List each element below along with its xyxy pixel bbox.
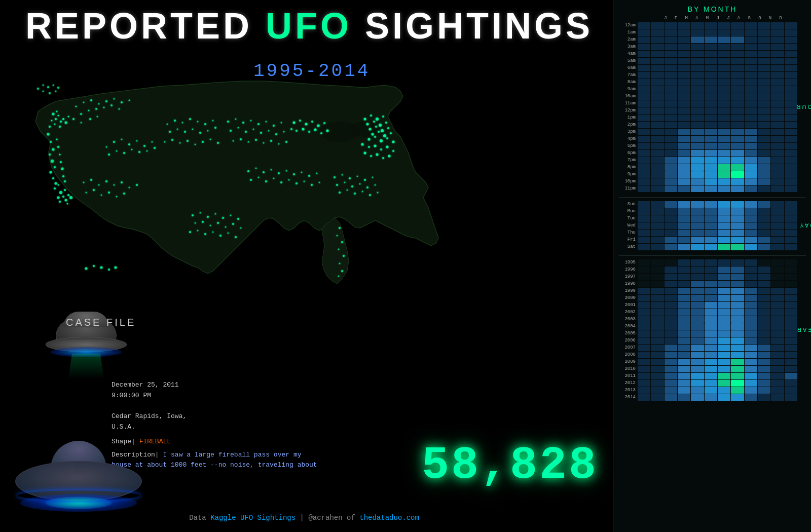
- heatmap-cell: [665, 222, 677, 229]
- heatmap-cell: [691, 178, 704, 185]
- svg-point-202: [237, 218, 239, 220]
- svg-point-90: [189, 118, 191, 120]
- heatmap-cells: [638, 36, 797, 43]
- heatmap-cell: [785, 185, 797, 192]
- heatmap-cell: [758, 86, 770, 93]
- heatmap-cell: [758, 323, 770, 330]
- svg-point-25: [59, 154, 61, 156]
- heatmap-cell: [638, 387, 650, 394]
- heatmap-cell: [731, 65, 744, 71]
- heatmap-cell: [718, 208, 730, 215]
- svg-point-204: [202, 221, 204, 223]
- heatmap-cell: [691, 79, 704, 86]
- svg-point-63: [136, 140, 138, 142]
- svg-point-159: [378, 131, 380, 133]
- heatmap-cell: [771, 36, 784, 43]
- heatmap-cell: [691, 337, 704, 344]
- heatmap-cell: [771, 107, 784, 114]
- heatmap-cell: [731, 129, 744, 135]
- heatmap-cell: [678, 237, 690, 243]
- row-label: 1997: [616, 274, 638, 279]
- svg-point-43: [90, 99, 92, 101]
- row-label: 2pm: [616, 122, 638, 127]
- heatmap-cell: [785, 44, 797, 50]
- heatmap-cell: [758, 107, 770, 114]
- heatmap-cell: [758, 100, 770, 107]
- heatmap-row: 2010: [616, 365, 798, 372]
- svg-point-57: [89, 118, 91, 120]
- row-label: 6pm: [616, 150, 638, 156]
- heatmap-cell: [678, 65, 690, 71]
- heatmap-cell: [638, 330, 650, 337]
- svg-point-35: [65, 199, 67, 202]
- heatmap-cell: [678, 185, 690, 192]
- heatmap-cell: [638, 122, 650, 128]
- heatmap-cell: [705, 345, 717, 351]
- heatmap-cell: [771, 157, 784, 164]
- heatmap-cell: [718, 22, 730, 29]
- heatmap-cell: [638, 58, 650, 64]
- heatmap-cell: [705, 178, 717, 185]
- svg-point-169: [374, 145, 377, 147]
- heatmap-row: 2am: [616, 36, 798, 43]
- svg-point-101: [164, 141, 166, 143]
- heatmap-cell: [745, 337, 757, 344]
- svg-point-58: [97, 116, 98, 118]
- heatmap-cells: [638, 215, 797, 222]
- row-label: 9am: [616, 87, 638, 92]
- heatmap-cell: [638, 288, 650, 294]
- heatmap-cell: [678, 143, 690, 149]
- heatmap-cell: [638, 65, 650, 71]
- row-label: 2009: [616, 359, 638, 364]
- heatmap-cell: [771, 337, 784, 344]
- ufo2-ring: [18, 490, 139, 501]
- heatmap-cells: [638, 29, 797, 36]
- svg-point-177: [388, 155, 391, 158]
- heatmap-cell: [691, 267, 704, 273]
- heatmap-cell: [731, 380, 744, 387]
- heatmap-cell: [691, 288, 704, 294]
- heatmap-cell: [691, 359, 704, 365]
- svg-point-105: [195, 144, 196, 145]
- heatmap-cell: [638, 171, 650, 178]
- svg-point-250: [37, 88, 39, 90]
- by-year-label: BY YEAR: [796, 327, 811, 333]
- heatmap-cell: [745, 72, 757, 79]
- svg-point-186: [351, 185, 353, 187]
- heatmap-cell: [785, 230, 797, 236]
- heatmap-cell: [678, 100, 690, 107]
- heatmap-cell: [691, 345, 704, 351]
- heatmap-cell: [705, 309, 717, 316]
- total-count: 58,828: [422, 440, 598, 491]
- heatmap-cell: [665, 86, 677, 93]
- svg-point-38: [64, 189, 66, 191]
- heatmap-cell: [665, 143, 677, 149]
- row-label: 8am: [616, 80, 638, 85]
- heatmap-cell: [718, 171, 730, 178]
- heatmap-cell: [785, 345, 797, 351]
- heatmap-cell: [691, 136, 704, 142]
- svg-point-82: [93, 189, 95, 191]
- heatmap-cell: [745, 323, 757, 330]
- heatmap-cell: [771, 366, 784, 372]
- svg-point-54: [119, 108, 120, 110]
- heatmap-cell: [718, 323, 730, 330]
- heatmap-cell: [665, 29, 677, 36]
- heatmap-cell: [785, 164, 797, 171]
- heatmap-cell: [758, 230, 770, 236]
- heatmap-cell: [691, 352, 704, 358]
- heatmap-cell: [758, 244, 770, 250]
- heatmap-cell: [718, 201, 730, 208]
- heatmap-cell: [745, 65, 757, 71]
- heatmap-cell: [678, 316, 690, 323]
- heatmap-cell: [638, 237, 650, 243]
- heatmap-cell: [638, 201, 650, 208]
- heatmap-cell: [758, 178, 770, 185]
- svg-point-99: [207, 130, 209, 132]
- heatmap-cell: [638, 143, 650, 149]
- by-hour-grid: 12am1am2am3am4am5am6am7am8am9am10am11am1…: [616, 22, 798, 192]
- heatmap-cell: [705, 122, 717, 128]
- heatmap-row: Mon: [616, 208, 798, 215]
- svg-point-45: [105, 100, 107, 102]
- heatmap-row: 3am: [616, 43, 798, 50]
